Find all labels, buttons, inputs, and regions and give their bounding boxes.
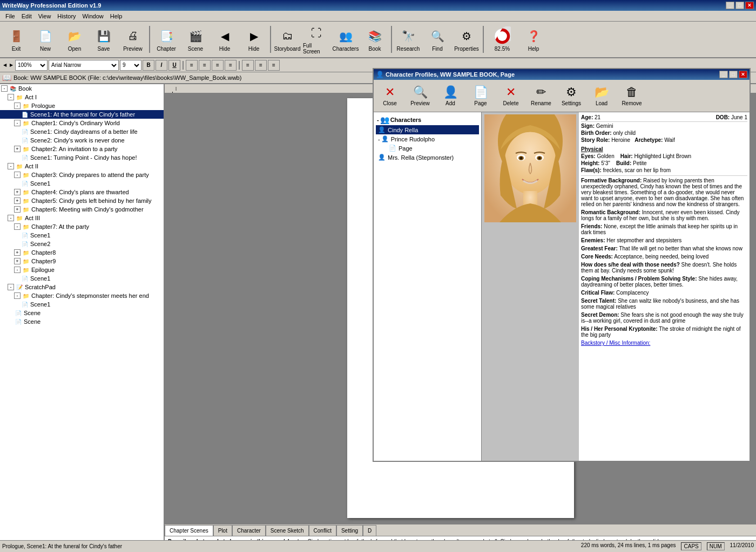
indent-button[interactable]: ≡ (255, 60, 267, 71)
char-rename-button[interactable]: ✏ Rename (527, 82, 555, 110)
find-button[interactable]: 🔍 Find (423, 23, 451, 56)
char-panel-controls[interactable]: _ □ ✕ (719, 71, 747, 78)
tree-item-scene-a[interactable]: 📄 Scene (0, 309, 164, 317)
tree-item-ch9[interactable]: + 📁 Chapter9 (0, 257, 164, 265)
menu-help[interactable]: Help (107, 12, 126, 21)
tree-item-ch3[interactable]: - 📁 Chapter3: Cindy prepares to attend t… (0, 171, 164, 179)
char-minimize-btn[interactable]: _ (719, 71, 728, 78)
tree-item-scratchpad[interactable]: - 📝 ScratchPad (0, 283, 164, 291)
tree-item-ch1[interactable]: - 📁 Chapter1: Cindy's Ordinary World (0, 119, 164, 127)
new-button[interactable]: 📄 New (31, 23, 59, 56)
char-tree-page[interactable]: 📄 Page (376, 144, 479, 153)
tree-item-scene1-ch7[interactable]: 📄 Scene1 (0, 231, 164, 240)
tree-item-ch8[interactable]: + 📁 Chapter8 (0, 248, 164, 257)
bold-button[interactable]: B (143, 60, 154, 71)
tree-item-act1[interactable]: - 📁 Act I (0, 93, 164, 101)
underline-button[interactable]: U (168, 60, 180, 71)
tree-item-ch6[interactable]: + 📁 Chapter6: Meeting with Cindy's godmo… (0, 205, 164, 214)
help-button[interactable]: ❓ Help (519, 23, 548, 56)
expand-ch3[interactable]: - (14, 172, 21, 178)
tree-item-ch4[interactable]: + 📁 Chapter4: Cindy's plans are thwarted (0, 188, 164, 196)
tree-item-scene2-ch1[interactable]: 📄 Scene2: Cindy's work is never done (0, 136, 164, 145)
minimize-btn[interactable]: _ (726, 2, 734, 9)
open-button[interactable]: 📂 Open (60, 23, 89, 56)
tree-item-scene1-ch1[interactable]: 📄 Scene1: Cindy daydreams of a better li… (0, 127, 164, 136)
save-button[interactable]: 💾 Save (90, 23, 118, 56)
size-select[interactable]: 9 (120, 60, 141, 71)
expand-scratchpad[interactable]: - (8, 284, 14, 290)
tab-conflict[interactable]: Conflict (309, 525, 336, 536)
align-justify-button[interactable]: ≡ (225, 60, 237, 71)
tab-chapter-scenes[interactable]: Chapter Scenes (165, 525, 213, 536)
research-button[interactable]: 🔭 Research (394, 23, 422, 56)
menu-history[interactable]: History (54, 12, 79, 21)
expand-ch7[interactable]: - (14, 223, 21, 230)
expand-ch8[interactable]: + (14, 249, 21, 256)
char-close-btn[interactable]: ✕ (739, 71, 747, 78)
tree-item-scene1-epi[interactable]: 📄 Scene1 (0, 274, 164, 283)
tree-item-ch5[interactable]: + 📁 Chapter5: Cindy gets left behind by … (0, 196, 164, 205)
menu-file[interactable]: File (2, 12, 18, 21)
tab-plot[interactable]: Plot (213, 525, 232, 536)
tree-item-scene1-ch3[interactable]: 📄 Scene1 (0, 179, 164, 188)
char-preview-button[interactable]: 🔍 Preview (406, 82, 434, 110)
tree-item-book[interactable]: - 📚 Book (0, 84, 164, 93)
tree-item-act3[interactable]: - 📁 Act III (0, 214, 164, 222)
preview-button[interactable]: 🖨 Preview (119, 23, 147, 56)
expand-act1[interactable]: - (8, 94, 14, 100)
expand-ch-step[interactable]: - (14, 292, 21, 299)
close-btn[interactable]: ✕ (745, 2, 754, 9)
align-center-button[interactable]: ≡ (199, 60, 211, 71)
expand-ch9[interactable]: + (14, 258, 21, 264)
tab-d[interactable]: D (363, 525, 376, 536)
expand-prologue[interactable]: - (14, 103, 21, 109)
tab-setting[interactable]: Setting (336, 525, 363, 536)
char-add-button[interactable]: 👤 Add (436, 82, 464, 110)
tree-item-scene-b[interactable]: 📄 Scene (0, 317, 164, 326)
char-maximize-btn[interactable]: □ (729, 71, 738, 78)
expand-ch5[interactable]: + (14, 197, 21, 204)
storyboard-button[interactable]: 🗂 Storyboard (273, 23, 301, 56)
char-delete-button[interactable]: ✕ Delete (497, 82, 525, 110)
list-button[interactable]: ≡ (242, 60, 254, 71)
char-tree-cindy[interactable]: 👤 Cindy Rella (376, 125, 479, 134)
progress-button[interactable]: 82.5% (486, 23, 518, 56)
align-left-button[interactable]: ≡ (186, 60, 198, 71)
expand-ch2[interactable]: + (14, 146, 21, 152)
tree-item-scene2-ch7[interactable]: 📄 Scene2 (0, 240, 164, 248)
expand-act3[interactable]: - (8, 215, 14, 221)
properties-button[interactable]: ⚙ Properties (453, 23, 481, 56)
tree-item-act2[interactable]: - 📁 Act II (0, 162, 164, 171)
tree-item-prologue[interactable]: - 📁 Prologue (0, 101, 164, 110)
tab-scene-sketch[interactable]: Scene Sketch (266, 525, 309, 536)
chapter-button[interactable]: 📑 Chapter (152, 23, 180, 56)
nav-forward[interactable]: ▶ (9, 63, 14, 67)
menu-window[interactable]: Window (79, 12, 107, 21)
font-select[interactable]: Arial Narrow (49, 60, 119, 71)
char-close-button[interactable]: ✕ Close (376, 82, 404, 110)
italic-button[interactable]: I (156, 60, 167, 71)
expand-book[interactable]: - (1, 85, 8, 92)
expand-ch1[interactable]: - (14, 120, 21, 126)
tab-character[interactable]: Character (232, 525, 266, 536)
tree-item-ch7[interactable]: - 📁 Chapter7: At the party (0, 222, 164, 231)
maximize-btn[interactable]: □ (735, 2, 744, 9)
nav-back[interactable]: ◀ (2, 63, 8, 67)
tree-item-scene1-prologue[interactable]: 📄 Scene1: At the funeral for Cindy's fat… (0, 110, 164, 119)
char-load-button[interactable]: 📂 Load (588, 82, 616, 110)
tree-item-scene1-step[interactable]: 📄 Scene1 (0, 300, 164, 309)
char-page-button[interactable]: 📄 Page (467, 82, 495, 110)
menu-view[interactable]: View (35, 12, 55, 21)
expand-epilogue[interactable]: - (14, 267, 21, 273)
characters-button[interactable]: 👥 Characters (332, 23, 360, 56)
expand-act2[interactable]: - (8, 163, 14, 169)
tree-item-ch-step[interactable]: - 📁 Chapter: Cindy's stepmonster meets h… (0, 291, 164, 300)
char-tree-mrs[interactable]: 👤 Mrs. Rella (Stepmonster) (376, 153, 479, 162)
zoom-select[interactable]: 100% (15, 60, 48, 71)
title-controls[interactable]: _ □ ✕ (726, 2, 754, 9)
expand-ch4[interactable]: + (14, 189, 21, 195)
tree-item-epilogue[interactable]: - 📁 Epilogue (0, 265, 164, 274)
expand-ch6[interactable]: + (14, 206, 21, 213)
prince-expand[interactable]: - (378, 136, 380, 142)
char-settings-button[interactable]: ⚙ Settings (557, 82, 585, 110)
